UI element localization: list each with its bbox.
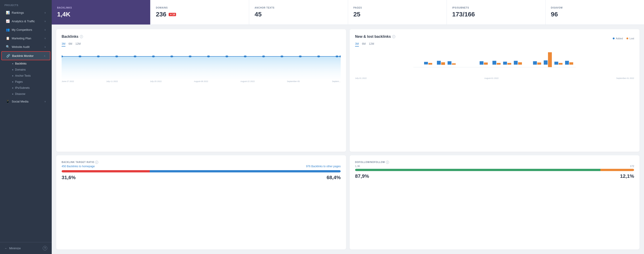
svg-rect-34 — [548, 52, 552, 68]
x-label-4: August-22 2022 — [240, 80, 255, 82]
legend-added-label: Added — [616, 37, 623, 40]
sidebar-sub-domains[interactable]: Domains — [10, 67, 52, 72]
svg-rect-35 — [554, 62, 558, 64]
stat-anchor-label: ANCHOR TEXTS — [254, 6, 342, 9]
legend: Added Lost — [613, 37, 634, 40]
svg-rect-18 — [428, 63, 432, 65]
sidebar-item-marketing[interactable]: 📋 Marketing Plan ∨ — [1, 34, 50, 42]
projects-label: PROJECTS — [0, 0, 52, 8]
svg-rect-22 — [452, 64, 456, 65]
audit-icon: 🔍 — [6, 45, 10, 48]
stat-domains-badge: ▼ 14 — [169, 13, 176, 16]
competitors-icon: 👥 — [6, 28, 10, 32]
sub-label: Backlinks — [15, 62, 26, 65]
sidebar-sub-ips[interactable]: IPs/Subnets — [10, 85, 52, 91]
sidebar-item-social[interactable]: 📱 Social Media ∨ — [1, 97, 50, 106]
new-lost-x1: August-01 2022 — [484, 77, 499, 79]
dofollow-left-value: 1,3K — [355, 165, 360, 168]
ratio-info-icon[interactable]: i — [95, 161, 98, 164]
dofollow-right-pct: 12,1% — [620, 173, 634, 179]
new-lost-tab-6m[interactable]: 6M — [362, 42, 366, 46]
dofollow-info-icon[interactable]: i — [386, 161, 389, 164]
legend-lost-dot — [626, 38, 628, 39]
svg-rect-30 — [518, 62, 522, 64]
x-label-0: June-27 2022 — [62, 80, 74, 82]
dofollow-label-text: DOFOLLOW/NOFOLLOW — [355, 161, 385, 164]
x-label-2: July-25 2022 — [150, 80, 162, 82]
sub-label: Disavow — [15, 92, 25, 96]
new-lost-x0: July-01 2022 — [355, 77, 367, 79]
svg-rect-28 — [508, 63, 511, 65]
stat-domains[interactable]: DOMAINS 236 ▼ 14 — [150, 0, 249, 24]
legend-lost: Lost — [626, 37, 634, 40]
sidebar-item-label: Rankings — [12, 11, 24, 14]
sub-label: Anchor Texts — [15, 74, 30, 77]
sidebar-item-label: Backlink Monitor — [12, 54, 34, 58]
stat-disavow[interactable]: DISAVOW 96 — [546, 0, 644, 24]
sidebar-item-analytics[interactable]: 📈 Analytics & Traffic ∨ — [1, 17, 50, 25]
badge-value: 14 — [172, 13, 175, 16]
sidebar-sub-backlinks[interactable]: Backlinks — [10, 61, 52, 66]
x-label-5: September-05 — [287, 80, 300, 82]
help-button[interactable]: ? — [43, 246, 47, 250]
sidebar: PROJECTS 📊 Rankings ∨ 📈 Analytics & Traf… — [0, 0, 52, 254]
dofollow-right-value: 172 — [630, 165, 634, 168]
chevron-down-icon: ∧ — [44, 54, 46, 57]
dofollow-left-pct: 87,9% — [355, 173, 369, 179]
arrow-left-icon: ← — [4, 246, 8, 250]
minimize-label: Minimize — [9, 246, 21, 250]
sidebar-item-label: My Competitors — [12, 28, 32, 32]
ratio-sub-row: 450 Backlinks to homepage 976 Backlinks … — [62, 165, 341, 168]
new-lost-tab-12m[interactable]: 12M — [369, 42, 374, 46]
sidebar-item-label: Website Audit — [12, 45, 30, 48]
stat-ips[interactable]: IPS/SUBNETS 173/166 — [447, 0, 546, 24]
svg-point-14 — [317, 56, 320, 57]
dofollow-nums: 1,3K 172 — [355, 165, 634, 168]
sub-label: IPs/Subnets — [15, 86, 30, 90]
tab-3m[interactable]: 3M — [62, 42, 66, 46]
chevron-icon: ∨ — [44, 28, 46, 31]
rankings-icon: 📊 — [6, 11, 10, 14]
sidebar-item-audit[interactable]: 🔍 Website Audit ∨ — [1, 43, 50, 51]
sidebar-item-rankings[interactable]: 📊 Rankings ∨ — [1, 8, 50, 17]
svg-rect-36 — [559, 63, 562, 65]
sidebar-item-backlink[interactable]: 🔗 Backlink Monitor ∧ — [1, 51, 50, 60]
tab-6m[interactable]: 6M — [68, 42, 72, 46]
content-grid: Backlinks i 3M 6M 12M — [52, 25, 644, 254]
x-label-3: August-08 2022 — [194, 80, 208, 82]
minimize-button[interactable]: ← Minimize — [4, 246, 21, 250]
sidebar-sub-pages[interactable]: Pages — [10, 79, 52, 85]
svg-rect-33 — [544, 60, 548, 65]
svg-point-5 — [152, 56, 155, 57]
stat-pages[interactable]: PAGES 25 — [348, 0, 447, 24]
sidebar-sub-anchor-texts[interactable]: Anchor Texts — [10, 73, 52, 79]
new-lost-tab-3m[interactable]: 3M — [355, 42, 359, 46]
svg-rect-32 — [538, 62, 541, 65]
backlinks-info-icon[interactable]: i — [80, 35, 83, 38]
backlinks-x-labels: June-27 2022 July-11 2022 July-25 2022 A… — [62, 80, 341, 82]
sub-label: Pages — [15, 80, 23, 84]
stat-disavow-label: DISAVOW — [551, 6, 638, 9]
stat-pages-value: 25 — [354, 11, 441, 18]
new-lost-x-labels: July-01 2022 August-01 2022 September-01… — [355, 77, 634, 79]
stat-anchor-texts[interactable]: ANCHOR TEXTS 45 — [249, 0, 348, 24]
backlink-icon: 🔗 — [6, 54, 10, 58]
stat-domains-row: 236 ▼ 14 — [156, 11, 244, 18]
new-lost-info-icon[interactable]: i — [392, 35, 395, 38]
svg-rect-27 — [503, 62, 507, 64]
sidebar-item-competitors[interactable]: 👥 My Competitors ∨ — [1, 26, 50, 34]
marketing-icon: 📋 — [6, 36, 10, 40]
tab-12m[interactable]: 12M — [75, 42, 80, 46]
svg-rect-24 — [484, 62, 488, 65]
main-content: BACKLINKS 1,4K DOMAINS 236 ▼ 14 ANCHOR T… — [52, 0, 644, 254]
sidebar-sub-disavow[interactable]: Disavow — [10, 91, 52, 97]
badge-arrow: ▼ — [170, 13, 172, 16]
svg-rect-25 — [492, 61, 496, 65]
stat-backlinks[interactable]: BACKLINKS 1,4K — [52, 0, 150, 24]
ratio-pct-row: 31,6% 68,4% — [62, 175, 341, 180]
legend-lost-label: Lost — [630, 37, 634, 40]
svg-point-1 — [78, 56, 82, 57]
new-lost-time-tabs: 3M 6M 12M — [355, 42, 634, 46]
svg-rect-31 — [533, 61, 537, 64]
social-icon: 📱 — [6, 100, 10, 103]
